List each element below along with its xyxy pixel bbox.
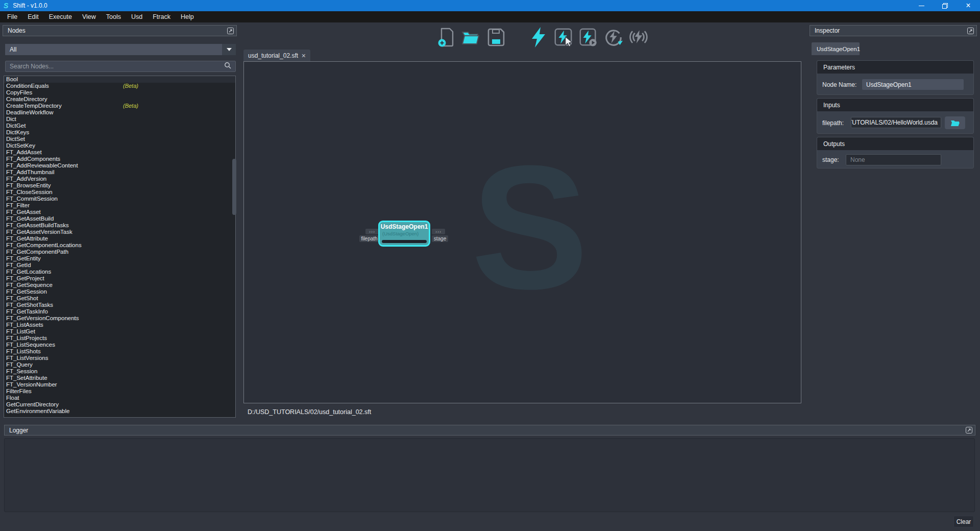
- node-list-item[interactable]: CreateTempDirectory(Beta): [4, 103, 235, 109]
- node-list-scrollbar[interactable]: [232, 159, 236, 215]
- execute-selected-button[interactable]: [553, 27, 574, 47]
- node-list-item[interactable]: GetEnvironmentVariable: [4, 408, 235, 415]
- node-list-item[interactable]: FT_GetProject: [4, 275, 235, 282]
- node-list-item[interactable]: FT_GetShot: [4, 295, 235, 302]
- save-graph-button[interactable]: [485, 27, 506, 47]
- node-list-item[interactable]: FT_AddThumbnail: [4, 169, 235, 176]
- node-list-item[interactable]: DictSet: [4, 136, 235, 142]
- node-list-item[interactable]: FT_ListProjects: [4, 335, 235, 342]
- float-panel-button[interactable]: [966, 427, 972, 433]
- node-list-item[interactable]: FT_ListAssets: [4, 322, 235, 328]
- menu-item-ftrack[interactable]: Ftrack: [148, 11, 176, 22]
- node-list-item[interactable]: FT_GetAsset: [4, 209, 235, 215]
- live-execute-button[interactable]: [628, 27, 649, 47]
- node-list-item[interactable]: FT_GetComponentLocations: [4, 242, 235, 249]
- minimize-button[interactable]: [910, 0, 933, 11]
- node-list-item[interactable]: FT_CloseSession: [4, 189, 235, 196]
- graph-tab[interactable]: usd_tutorial_02.sft ×: [243, 50, 310, 61]
- input-port-arrows-icon[interactable]: ›››: [365, 229, 379, 234]
- node-list-item[interactable]: FT_GetAssetBuild: [4, 215, 235, 222]
- inspector-node-tab[interactable]: UsdStageOpen1: [812, 42, 860, 55]
- output-port-arrows-icon[interactable]: ›››: [432, 229, 445, 234]
- node-list-item[interactable]: Dict: [4, 116, 235, 123]
- node-list-item[interactable]: FT_GetTaskInfo: [4, 308, 235, 315]
- node-list-item[interactable]: FT_GetEntity: [4, 255, 235, 262]
- node-list-item-label: FT_GetAttribute: [6, 235, 48, 242]
- browse-file-button[interactable]: [945, 116, 965, 129]
- tab-close-icon[interactable]: ×: [302, 52, 306, 59]
- node-list-item[interactable]: FT_VersionNumber: [4, 381, 235, 388]
- node-list-item[interactable]: FT_GetSession: [4, 288, 235, 295]
- clear-logger-button[interactable]: Clear: [953, 516, 974, 527]
- node-list-item[interactable]: FT_GetLocations: [4, 269, 235, 275]
- node-list-item[interactable]: FT_AddReviewableContent: [4, 162, 235, 169]
- node-list-item[interactable]: FT_CommitSession: [4, 196, 235, 202]
- node-list-item[interactable]: FT_Filter: [4, 202, 235, 209]
- node-list-item-label: CreateDirectory: [6, 96, 47, 102]
- menu-item-usd[interactable]: Usd: [126, 11, 148, 22]
- menu-item-tools[interactable]: Tools: [101, 11, 126, 22]
- restore-button[interactable]: [933, 0, 957, 11]
- node-list-item[interactable]: FT_GetId: [4, 262, 235, 269]
- menu-item-edit[interactable]: Edit: [22, 11, 44, 22]
- search-input[interactable]: [6, 63, 224, 70]
- node-list-item[interactable]: FT_SetAttribute: [4, 375, 235, 381]
- node-list-item-label: DictKeys: [6, 129, 29, 135]
- node-list-item[interactable]: FT_Session: [4, 368, 235, 375]
- input-port-label[interactable]: filepath: [359, 235, 379, 242]
- node-name-input[interactable]: UsdStageOpen1: [862, 79, 964, 90]
- node-list-item[interactable]: ConditionEquals(Beta): [4, 83, 235, 89]
- window-title: Shift - v1.0.0: [13, 2, 47, 9]
- node-list-item[interactable]: FT_GetSequence: [4, 282, 235, 288]
- stage-output-field[interactable]: None: [846, 154, 941, 165]
- node-list-item[interactable]: FT_GetAssetVersionTask: [4, 229, 235, 235]
- menu-item-view[interactable]: View: [77, 11, 101, 22]
- execute-from-node-button[interactable]: [578, 27, 599, 47]
- node-filter-dropdown[interactable]: All: [5, 44, 236, 55]
- node-list-item[interactable]: FilterFiles: [4, 388, 235, 395]
- node-list-item[interactable]: FT_AddComponents: [4, 156, 235, 162]
- node-list-item[interactable]: FT_GetVersionComponents: [4, 315, 235, 322]
- node-list-item[interactable]: GetCurrentDirectory: [4, 401, 235, 408]
- node-list-item[interactable]: FT_ListShots: [4, 348, 235, 355]
- float-panel-button[interactable]: [967, 28, 974, 34]
- node-list-item[interactable]: FT_ListSequences: [4, 342, 235, 348]
- node-list-item[interactable]: DictSetKey: [4, 142, 235, 149]
- node-graph-canvas[interactable]: S ››› filepath UsdStageOpen1 (UsdStageOp…: [243, 61, 801, 403]
- node-list-item[interactable]: CreateDirectory: [4, 96, 235, 103]
- node-list-item[interactable]: Bool: [4, 76, 235, 83]
- node-list-item[interactable]: FT_BrowseEntity: [4, 182, 235, 189]
- open-graph-button[interactable]: [460, 27, 481, 47]
- menu-item-execute[interactable]: Execute: [44, 11, 77, 22]
- node-list-item[interactable]: FT_ListVersions: [4, 355, 235, 361]
- inputs-group-header: Inputs: [817, 99, 973, 111]
- node-list-item[interactable]: Float: [4, 395, 235, 401]
- reload-execute-button[interactable]: [603, 27, 624, 47]
- float-panel-button[interactable]: [227, 28, 234, 34]
- node-list-item-label: FT_ListAssets: [6, 322, 43, 328]
- reload-execute-icon: [603, 27, 624, 48]
- node-list-item-label: CreateTempDirectory: [6, 103, 62, 109]
- menu-item-help[interactable]: Help: [176, 11, 199, 22]
- filepath-input[interactable]: D:/USD_TUTORIALS/02/HelloWorld.usda: [851, 117, 941, 128]
- node-list-item[interactable]: FT_GetAssetBuildTasks: [4, 222, 235, 229]
- output-port-label[interactable]: stage: [432, 235, 448, 242]
- new-graph-button[interactable]: [435, 27, 456, 47]
- execute-button[interactable]: [528, 27, 549, 47]
- usd-stage-open-node[interactable]: UsdStageOpen1 (UsdStageOpen): [378, 221, 430, 247]
- node-list-item[interactable]: FT_GetShotTasks: [4, 302, 235, 308]
- execute-from-node-icon: [578, 27, 599, 48]
- node-list-item[interactable]: FT_AddAsset: [4, 149, 235, 156]
- node-list-item[interactable]: FT_AddVersion: [4, 176, 235, 182]
- node-list-item[interactable]: FT_GetAttribute: [4, 235, 235, 242]
- node-list-item[interactable]: DictKeys: [4, 129, 235, 136]
- node-list-item[interactable]: FT_GetComponentPath: [4, 249, 235, 255]
- node-list-item[interactable]: FT_Query: [4, 361, 235, 368]
- node-list-item[interactable]: CopyFiles: [4, 89, 235, 96]
- menu-item-file[interactable]: File: [2, 11, 22, 22]
- node-list-item[interactable]: FT_ListGet: [4, 328, 235, 335]
- minimize-icon: [919, 6, 924, 6]
- node-list-item[interactable]: DictGet: [4, 123, 235, 129]
- close-button[interactable]: ×: [957, 0, 980, 11]
- node-list-item[interactable]: DeadlineWorkflow: [4, 109, 235, 116]
